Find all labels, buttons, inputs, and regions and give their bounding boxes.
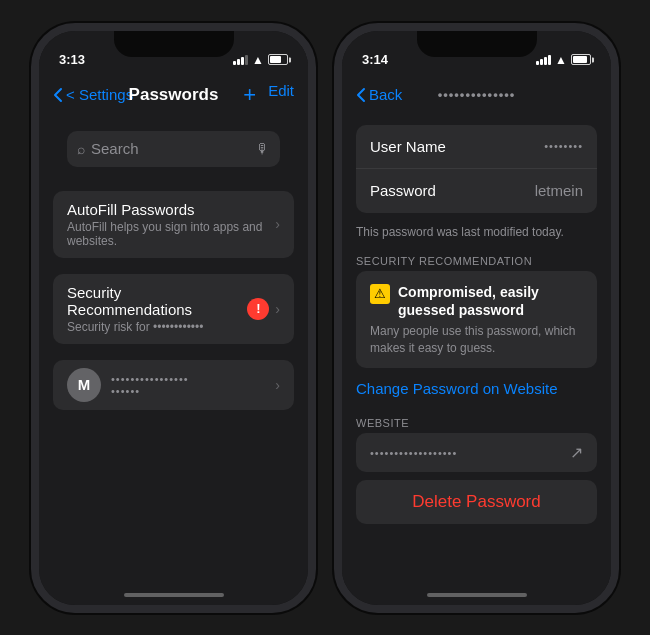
- security-section-header: SECURITY RECOMMENDATION: [342, 247, 611, 271]
- chevron-left-icon: [53, 87, 63, 103]
- account-item[interactable]: M •••••••••••••••• •••••• ›: [53, 360, 294, 410]
- wifi-icon: ▲: [252, 53, 264, 67]
- password-note: This password was last modified today.: [342, 221, 611, 247]
- website-section-header: WEBSITE: [342, 409, 611, 433]
- credentials-section: User Name •••••••• Password letmein: [356, 125, 597, 213]
- battery-icon-2: [571, 54, 591, 65]
- security-rec-box: ⚠ Compromised, easily guessed password M…: [356, 271, 597, 369]
- security-title: Security Recommendations: [67, 284, 239, 318]
- mic-icon: 🎙: [256, 141, 270, 157]
- signal-icon-2: [536, 55, 551, 65]
- nav-bar-1: < Settings Passwords + Edit: [39, 73, 308, 117]
- security-rec-title: Compromised, easily guessed password: [398, 283, 539, 319]
- autofill-title: AutoFill Passwords: [67, 201, 269, 218]
- delete-password-button[interactable]: Delete Password: [356, 480, 597, 524]
- warning-icon: ⚠: [370, 284, 390, 304]
- autofill-item[interactable]: AutoFill Passwords AutoFill helps you si…: [53, 191, 294, 258]
- chevron-left-icon-2: [356, 87, 366, 103]
- website-row[interactable]: •••••••••••••••••• ↗: [356, 433, 597, 472]
- security-recommendations-item[interactable]: Security Recommendations Security risk f…: [53, 274, 294, 344]
- security-rec-desc: Many people use this password, which mak…: [370, 323, 583, 357]
- username-value: ••••••••: [480, 140, 583, 152]
- status-time-1: 3:13: [59, 52, 85, 67]
- add-button[interactable]: +: [243, 82, 256, 108]
- home-indicator: [39, 585, 308, 605]
- status-bar-1: 3:13 ▲: [39, 31, 308, 73]
- back-button-2[interactable]: Back: [356, 86, 402, 103]
- edit-button[interactable]: Edit: [268, 82, 294, 108]
- search-bar[interactable]: ⌕ Search 🎙: [67, 131, 280, 167]
- signal-icon: [233, 55, 248, 65]
- website-value: ••••••••••••••••••: [370, 447, 570, 459]
- password-label: Password: [370, 182, 480, 199]
- nav-bar-2: Back ••••••••••••••: [342, 73, 611, 117]
- battery-icon: [268, 54, 288, 65]
- back-label-2: Back: [369, 86, 402, 103]
- account-name: ••••••••••••••••: [111, 373, 269, 385]
- page-title-2: ••••••••••••••: [438, 87, 516, 102]
- wifi-icon-2: ▲: [555, 53, 567, 67]
- detail-content: User Name •••••••• Password letmein This…: [342, 117, 611, 585]
- password-row[interactable]: Password letmein: [356, 169, 597, 213]
- security-chevron-icon: ›: [275, 301, 280, 317]
- status-bar-2: 3:14 ▲: [342, 31, 611, 73]
- change-password-link[interactable]: Change Password on Website: [342, 376, 611, 409]
- password-value: letmein: [480, 182, 583, 199]
- phone-2: 3:14 ▲ Back ••: [334, 23, 619, 613]
- security-badge: !: [247, 298, 269, 320]
- page-title-1: Passwords: [129, 85, 219, 105]
- account-username: ••••••: [111, 385, 269, 397]
- search-input[interactable]: Search: [91, 140, 250, 157]
- home-indicator-2: [342, 585, 611, 605]
- status-time-2: 3:14: [362, 52, 388, 67]
- security-subtitle: Security risk for ••••••••••••: [67, 320, 239, 334]
- status-icons-1: ▲: [233, 53, 288, 67]
- status-icons-2: ▲: [536, 53, 591, 67]
- chevron-right-icon: ›: [275, 216, 280, 232]
- autofill-subtitle: AutoFill helps you sign into apps and we…: [67, 220, 269, 248]
- security-rec-header: ⚠ Compromised, easily guessed password: [370, 283, 583, 319]
- search-icon: ⌕: [77, 141, 85, 157]
- username-row[interactable]: User Name ••••••••: [356, 125, 597, 169]
- phone-1: 3:13 ▲ < Settings: [31, 23, 316, 613]
- external-link-icon: ↗: [570, 443, 583, 462]
- back-label-1: < Settings: [66, 86, 133, 103]
- avatar: M: [67, 368, 101, 402]
- website-section: •••••••••••••••••• ↗: [356, 433, 597, 472]
- back-button-1[interactable]: < Settings: [53, 86, 133, 103]
- nav-actions-1: + Edit: [243, 82, 294, 108]
- username-label: User Name: [370, 138, 480, 155]
- delete-section: Delete Password: [356, 480, 597, 524]
- account-chevron-icon: ›: [275, 377, 280, 393]
